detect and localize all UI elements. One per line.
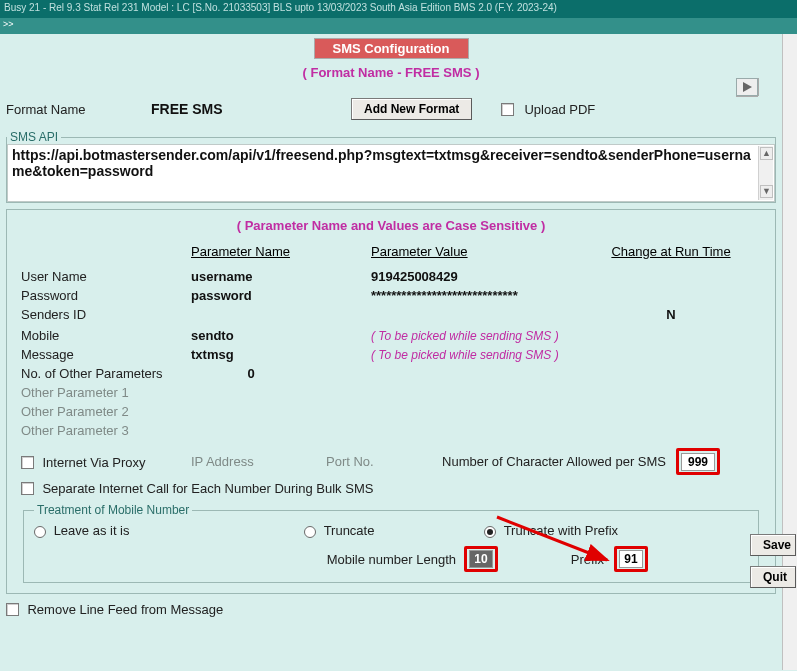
mobile-param: sendto — [191, 328, 371, 343]
prefix-label: Prefix — [534, 552, 614, 567]
truncate-prefix-label: Truncate with Prefix — [504, 523, 618, 538]
sms-api-legend: SMS API — [7, 130, 61, 144]
port-no-label: Port No. — [326, 454, 416, 469]
sms-config-banner: SMS Configuration — [314, 38, 469, 59]
message-param: txtmsg — [191, 347, 371, 362]
sms-api-textarea[interactable]: https://api.botmastersender.com/api/v1/f… — [7, 144, 775, 202]
ip-address-label: IP Address — [191, 454, 326, 469]
senders-id-runtime: N — [611, 307, 731, 322]
remove-lf-checkbox[interactable] — [6, 603, 19, 616]
mobile-label: Mobile — [21, 328, 191, 343]
textarea-scroll-down-icon[interactable]: ▼ — [760, 185, 773, 198]
no-other-params-value: 0 — [191, 366, 371, 381]
textarea-scrollbar[interactable]: ▲ ▼ — [758, 146, 773, 200]
truncate-label: Truncate — [324, 523, 375, 538]
senders-id-label: Senders ID — [21, 307, 191, 322]
password-param: password — [191, 288, 371, 303]
mobile-length-highlight: 10 — [464, 546, 498, 572]
format-name-value: FREE SMS — [151, 101, 351, 117]
upload-pdf-label: Upload PDF — [524, 102, 595, 117]
window-titlebar: Busy 21 - Rel 9.3 Stat Rel 231 Model : L… — [0, 0, 797, 18]
col-change-runtime: Change at Run Time — [611, 244, 731, 259]
remove-lf-label: Remove Line Feed from Message — [27, 602, 223, 617]
add-new-format-button[interactable]: Add New Format — [351, 98, 472, 120]
col-param-value: Parameter Value — [371, 244, 611, 259]
no-other-params-label: No. of Other Parameters — [21, 366, 191, 381]
sms-api-fieldset: SMS API https://api.botmastersender.com/… — [6, 130, 776, 203]
treatment-legend: Treatment of Mobile Number — [34, 503, 192, 517]
separate-call-checkbox[interactable] — [21, 482, 34, 495]
col-param-name: Parameter Name — [191, 244, 371, 259]
textarea-scroll-up-icon[interactable]: ▲ — [760, 147, 773, 160]
leave-radio[interactable] — [34, 526, 46, 538]
user-name-param: username — [191, 269, 371, 284]
char-allowed-input[interactable]: 999 — [681, 453, 715, 471]
other-param3-label: Other Parameter 3 — [21, 423, 191, 438]
mobile-note: ( To be picked while sending SMS ) — [371, 329, 611, 343]
internet-via-proxy-checkbox[interactable] — [21, 456, 34, 469]
password-value: ***************************** — [371, 288, 611, 303]
upload-pdf-checkbox[interactable] — [501, 103, 514, 116]
other-param1-label: Other Parameter 1 — [21, 385, 191, 400]
internet-via-proxy-label: Internet Via Proxy — [42, 455, 145, 470]
case-sensitive-note: ( Parameter Name and Values are Case Sen… — [237, 218, 546, 233]
message-note: ( To be picked while sending SMS ) — [371, 348, 611, 362]
truncate-radio[interactable] — [304, 526, 316, 538]
message-label: Message — [21, 347, 191, 362]
quit-button[interactable]: Quit — [750, 566, 796, 588]
user-name-label: User Name — [21, 269, 191, 284]
prefix-highlight: 91 — [614, 546, 648, 572]
prefix-input[interactable]: 91 — [619, 550, 643, 568]
password-label: Password — [21, 288, 191, 303]
truncate-prefix-radio[interactable] — [484, 526, 496, 538]
format-subtitle: ( Format Name - FREE SMS ) — [6, 65, 776, 80]
parameters-panel: ( Parameter Name and Values are Case Sen… — [6, 209, 776, 594]
toolbox-strip: >> — [0, 18, 797, 34]
char-allowed-highlight: 999 — [676, 448, 720, 475]
mobile-length-label: Mobile number Length — [304, 552, 464, 567]
leave-label: Leave as it is — [54, 523, 130, 538]
play-button[interactable] — [736, 78, 758, 96]
char-allowed-label: Number of Character Allowed per SMS — [416, 454, 676, 469]
separate-call-label: Separate Internet Call for Each Number D… — [42, 481, 373, 496]
save-button[interactable]: Save — [750, 534, 796, 556]
format-name-label: Format Name — [6, 102, 151, 117]
treatment-fieldset: Treatment of Mobile Number Leave as it i… — [23, 503, 759, 583]
other-param2-label: Other Parameter 2 — [21, 404, 191, 419]
mobile-length-input[interactable]: 10 — [469, 550, 493, 568]
user-name-value: 919425008429 — [371, 269, 611, 284]
